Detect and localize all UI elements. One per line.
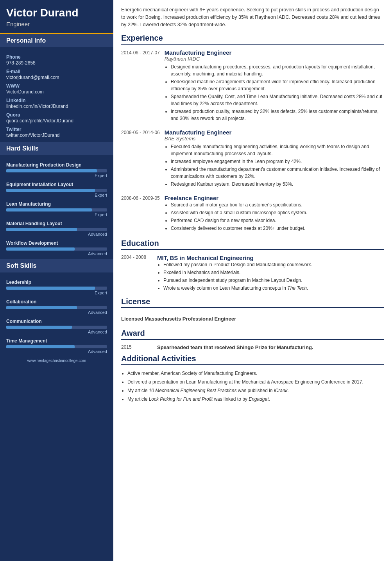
skill-bar-bg [6,306,107,309]
experience-list: 2014-06 - 2017-07 Manufacturing Engineer… [121,49,384,233]
exp-bullet: Spearheaded the Quality, Cost, and Time … [171,93,384,107]
skill-name: Lean Manufacturing [6,201,107,207]
soft-skill-item: Communication Advanced [6,319,107,334]
exp-bullet: Performed CAD design for a new sports vi… [171,217,384,224]
edu-bullet: Pursued an independent study program in … [163,277,384,284]
sidebar-header: Victor Durand Engineer [0,0,113,34]
candidate-name: Victor Durand [6,7,107,19]
resume-container: Victor Durand Engineer Personal Info Pho… [0,0,392,561]
skill-name: Leadership [6,280,107,285]
edu-bullet: Followed my passion in Product Design an… [163,261,384,268]
exp-dates: 2009-05 - 2014-06 [121,129,160,188]
www-label: WWW [6,83,107,89]
skill-bar-bg [6,345,107,348]
additional-section-title: Additional Activities [121,354,384,365]
exp-body: Manufacturing Engineer BAE Systems Execu… [165,129,384,188]
skill-name: Workflow Development [6,240,107,246]
phone-value: 978-289-2658 [6,60,107,66]
exp-bullet: Executed daily manufacturing engineering… [171,143,384,157]
exp-bullet: Administered the manufacturing departmen… [171,166,384,180]
skill-level: Advanced [6,251,107,256]
exp-bullet: Increased employee engagement in the Lea… [171,158,384,165]
skill-bar-bg [6,228,107,231]
award-year: 2015 [121,344,152,350]
skill-bar-fill [6,306,77,309]
skill-bar-bg [6,326,107,329]
skill-level: Advanced [6,330,107,334]
skill-bar-bg [6,287,107,290]
skill-bar-bg [6,247,107,251]
skill-bar-fill [6,247,75,251]
activity-bullet: My article Lock Picking for Fun and Prof… [127,396,384,403]
exp-bullet: Sourced a small motor gear box for a cus… [171,201,384,208]
quora-value: quora.com/profile/VictorJDurand [6,118,107,124]
quora-label: Quora [6,112,107,118]
hard-skill-item: Manufacturing Production Design Expert [6,162,107,178]
award-text: Spearheaded team that received Shingo Pr… [157,344,313,350]
skill-bar-fill [6,189,95,192]
exp-bullet: Increased production quality, measured b… [171,108,384,122]
exp-bullet: Redesigned Kanban system. Decreased inve… [171,181,384,188]
award-section-title: Award [121,329,384,340]
sidebar-footer: www.heritagechristiancollege.com [0,357,113,364]
skill-bar-bg [6,189,107,192]
soft-skills-section-title: Soft Skills [0,259,113,272]
exp-dates: 2014-06 - 2017-07 [121,49,160,123]
education-section-title: Education [121,239,384,250]
personal-info-section-title: Personal Info [0,34,113,47]
skill-name: Communication [6,319,107,324]
exp-bullet: Redesigned machine arrangements departme… [171,78,384,92]
exp-body: Freelance Engineer Sourced a small motor… [165,195,384,233]
skill-bar-fill [6,169,97,172]
soft-skill-item: Leadership Expert [6,280,107,295]
email-value: victorjdurand@gmail.com [6,75,107,80]
license-text: Licensed Massachusetts Professional Engi… [121,313,384,325]
education-list: 2004 - 2008 MIT, BS in Mechanical Engine… [121,255,384,292]
linkedin-value: linkedin.com/in/VictorJDurand [6,104,107,109]
hard-skill-item: Lean Manufacturing Expert [6,201,107,217]
experience-entry: 2008-06 - 2009-05 Freelance Engineer Sou… [121,195,384,233]
skill-level: Expert [6,193,107,197]
hard-skill-item: Equipment Installation Layout Expert [6,182,107,197]
skill-bar-fill [6,208,92,211]
personal-info-block: Phone 978-289-2658 E-mail victorjdurand@… [0,47,113,142]
exp-company: Raytheon IADC [165,56,384,62]
edu-body: MIT, BS in Mechanical Engineering Follow… [157,255,384,292]
experience-entry: 2014-06 - 2017-07 Manufacturing Engineer… [121,49,384,123]
hard-skills-block: Manufacturing Production Design Expert E… [0,155,113,259]
skill-name: Material Handling Layout [6,221,107,226]
email-label: E-mail [6,69,107,74]
experience-section-title: Experience [121,34,384,45]
soft-skills-block: Leadership Expert Collaboration Advanced… [0,272,113,357]
skill-bar-bg [6,169,107,172]
twitter-value: twitter.com/VictorJDurand [6,133,107,138]
exp-company: BAE Systems [165,136,384,142]
skill-level: Advanced [6,349,107,354]
skill-level: Expert [6,290,107,295]
exp-bullets: Designed manufacturing procedures, proce… [165,63,384,122]
exp-bullet: Consistently delivered to customer needs… [171,225,384,232]
exp-bullets: Executed daily manufacturing engineering… [165,143,384,188]
exp-body: Manufacturing Engineer Raytheon IADC Des… [165,49,384,123]
skill-bar-bg [6,208,107,211]
experience-entry: 2009-05 - 2014-06 Manufacturing Engineer… [121,129,384,188]
linkedin-label: LinkedIn [6,98,107,103]
skill-name: Time Management [6,338,107,344]
candidate-title: Engineer [6,21,107,27]
sidebar: Victor Durand Engineer Personal Info Pho… [0,0,113,561]
skill-level: Advanced [6,310,107,315]
exp-bullet: Designed manufacturing procedures, proce… [171,63,384,77]
edu-bullet: Excelled in Mechanics and Materials. [163,269,384,276]
skill-level: Advanced [6,232,107,237]
summary-text: Energetic mechanical engineer with 9+ ye… [121,6,384,28]
exp-title: Freelance Engineer [165,195,384,201]
hard-skill-item: Workflow Development Advanced [6,240,107,256]
skill-name: Equipment Installation Layout [6,182,107,187]
skill-bar-fill [6,345,75,348]
edu-dates: 2004 - 2008 [121,255,152,292]
edu-bullets: Followed my passion in Product Design an… [157,261,384,292]
main-content: Energetic mechanical engineer with 9+ ye… [113,0,392,561]
exp-dates: 2008-06 - 2009-05 [121,195,160,233]
exp-bullets: Sourced a small motor gear box for a cus… [165,201,384,232]
hard-skill-item: Material Handling Layout Advanced [6,221,107,237]
